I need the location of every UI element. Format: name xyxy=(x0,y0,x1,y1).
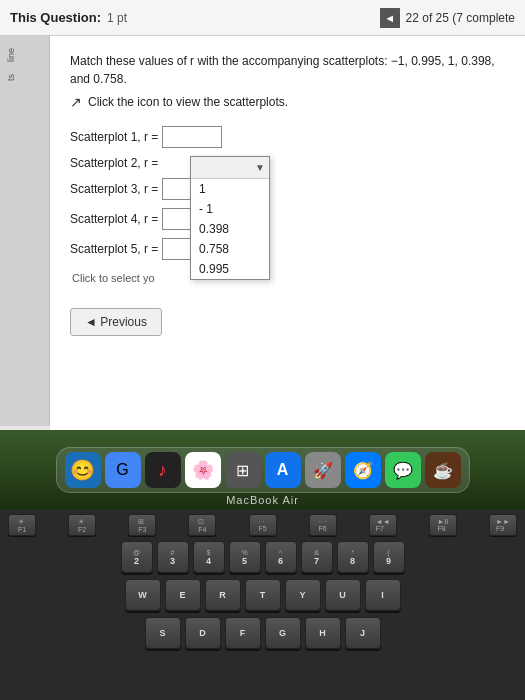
key-d[interactable]: D xyxy=(185,617,221,649)
key-f4[interactable]: ⊡F4 xyxy=(188,514,216,536)
key-s[interactable]: S xyxy=(145,617,181,649)
key-f8[interactable]: ►IIF8 xyxy=(429,514,457,536)
key-t[interactable]: T xyxy=(245,579,281,611)
qwerty-row: W E R T Y U I xyxy=(0,576,525,614)
safari-icon[interactable]: 🧭 xyxy=(345,452,381,488)
scatterplot-4-label: Scatterplot 4, r = xyxy=(70,212,158,226)
scatterplot-row-3: Scatterplot 3, r = 1 -1 0.398 0.758 0.99… xyxy=(70,178,505,200)
key-i[interactable]: I xyxy=(365,579,401,611)
number-row: @ 2 # 3 $ 4 % 5 ^ 6 & 7 * 8 ( 9 xyxy=(0,538,525,576)
asdf-row: S D F G H J xyxy=(0,614,525,652)
scatterplot-row-1: Scatterplot 1, r = 1 -1 0.398 0.758 0.99… xyxy=(70,126,505,148)
key-5[interactable]: % 5 xyxy=(229,541,261,573)
launchpad-icon[interactable]: ⊞ xyxy=(225,452,261,488)
top-bar-left: This Question: 1 pt xyxy=(10,10,127,25)
coffee-icon[interactable]: ☕ xyxy=(425,452,461,488)
key-f2[interactable]: ☀F2 xyxy=(68,514,96,536)
sidebar-label-line: line xyxy=(4,44,45,66)
key-4[interactable]: $ 4 xyxy=(193,541,225,573)
view-icon[interactable]: ↗ xyxy=(70,94,82,110)
sidebar-label-ts: ts xyxy=(4,70,45,85)
key-2[interactable]: @ 2 xyxy=(121,541,153,573)
dock: 😊 G ♪ 🌸 ⊞ A 🚀 🧭 💬 ☕ xyxy=(56,447,470,493)
key-3[interactable]: # 3 xyxy=(157,541,189,573)
prev-nav-arrow[interactable]: ◄ xyxy=(380,8,400,28)
question-text: Match these values of r with the accompa… xyxy=(70,52,505,88)
key-f7[interactable]: ◄◄F7 xyxy=(369,514,397,536)
scatterplot-5-label: Scatterplot 5, r = xyxy=(70,242,158,256)
top-bar-right: ◄ 22 of 25 (7 complete xyxy=(380,8,515,28)
scatterplot-row-4: Scatterplot 4, r = 1 -1 0.398 0.758 0.99… xyxy=(70,208,505,230)
question-pts: 1 pt xyxy=(107,11,127,25)
key-7[interactable]: & 7 xyxy=(301,541,333,573)
key-h[interactable]: H xyxy=(305,617,341,649)
scatterplot-row-2: Scatterplot 2, r = ▼ 1 - 1 0.398 0.758 0… xyxy=(70,156,505,170)
screen: This Question: 1 pt ◄ 22 of 25 (7 comple… xyxy=(0,0,525,430)
chrome-icon[interactable]: G xyxy=(105,452,141,488)
key-e[interactable]: E xyxy=(165,579,201,611)
dropdown-arrow-icon: ▼ xyxy=(255,162,265,173)
app-store-icon[interactable]: A xyxy=(265,452,301,488)
finder-icon[interactable]: 😊 xyxy=(65,452,101,488)
rocket-icon[interactable]: 🚀 xyxy=(305,452,341,488)
key-f3[interactable]: ⊞F3 xyxy=(128,514,156,536)
key-w[interactable]: W xyxy=(125,579,161,611)
key-f9[interactable]: ►►F9 xyxy=(489,514,517,536)
progress-text: 22 of 25 (7 complete xyxy=(406,11,515,25)
dock-area: 😊 G ♪ 🌸 ⊞ A 🚀 🧭 💬 ☕ MacBook Air xyxy=(0,430,525,510)
key-u[interactable]: U xyxy=(325,579,361,611)
dropdown-header: ▼ xyxy=(191,157,269,179)
scatterplot-list: Scatterplot 1, r = 1 -1 0.398 0.758 0.99… xyxy=(70,126,505,260)
fn-row: ☀F1 ☀F2 ⊞F3 ⊡F4 · ·F5 ·· ·F6 ◄◄F7 ►IIF8 … xyxy=(0,510,525,538)
click-icon-row: ↗ Click the icon to view the scatterplot… xyxy=(70,94,505,110)
key-9[interactable]: ( 9 xyxy=(373,541,405,573)
key-g[interactable]: G xyxy=(265,617,301,649)
key-y[interactable]: Y xyxy=(285,579,321,611)
key-f5[interactable]: · ·F5 xyxy=(249,514,277,536)
dropdown-option-0398[interactable]: 0.398 xyxy=(191,219,269,239)
top-bar: This Question: 1 pt ◄ 22 of 25 (7 comple… xyxy=(0,0,525,36)
key-6[interactable]: ^ 6 xyxy=(265,541,297,573)
keyboard: ☀F1 ☀F2 ⊞F3 ⊡F4 · ·F5 ·· ·F6 ◄◄F7 ►IIF8 … xyxy=(0,510,525,700)
dropdown-option-1[interactable]: 1 xyxy=(191,179,269,199)
dropdown-1-select[interactable]: 1 -1 0.398 0.758 0.995 xyxy=(162,126,222,148)
scatterplot-1-label: Scatterplot 1, r = xyxy=(70,130,158,144)
messages-icon[interactable]: 💬 xyxy=(385,452,421,488)
photos-icon[interactable]: 🌸 xyxy=(185,452,221,488)
dropdown-option-0758[interactable]: 0.758 xyxy=(191,239,269,259)
scatterplot-2-label: Scatterplot 2, r = xyxy=(70,156,158,170)
main-content: Match these values of r with the accompa… xyxy=(50,36,525,430)
scatterplot-row-5: Scatterplot 5, r = 1 -1 0.398 0.758 0.99… xyxy=(70,238,505,260)
sidebar: line ts xyxy=(0,36,50,426)
dropdown-option-neg1[interactable]: - 1 xyxy=(191,199,269,219)
key-8[interactable]: * 8 xyxy=(337,541,369,573)
previous-button[interactable]: ◄ Previous xyxy=(70,308,162,336)
key-r[interactable]: R xyxy=(205,579,241,611)
click-select-hint: Click to select yo xyxy=(72,272,505,284)
key-f1[interactable]: ☀F1 xyxy=(8,514,36,536)
dropdown-1-container[interactable]: 1 -1 0.398 0.758 0.995 xyxy=(162,126,222,148)
music-icon[interactable]: ♪ xyxy=(145,452,181,488)
click-hint-text: Click the icon to view the scatterplots. xyxy=(88,95,288,109)
dropdown-2-open[interactable]: ▼ 1 - 1 0.398 0.758 0.995 xyxy=(190,156,270,280)
question-title: This Question: xyxy=(10,10,101,25)
key-f[interactable]: F xyxy=(225,617,261,649)
macbook-label: MacBook Air xyxy=(226,494,299,506)
key-f6[interactable]: ·· ·F6 xyxy=(309,514,337,536)
dropdown-option-0995[interactable]: 0.995 xyxy=(191,259,269,279)
scatterplot-3-label: Scatterplot 3, r = xyxy=(70,182,158,196)
key-j[interactable]: J xyxy=(345,617,381,649)
